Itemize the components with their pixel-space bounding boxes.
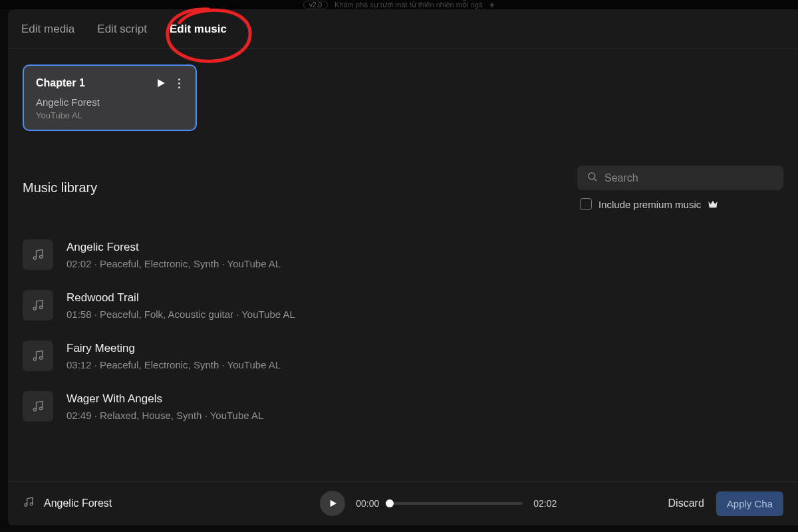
editor-panel: Edit media Edit script Edit music Chapte… — [8, 9, 798, 525]
progress-slider[interactable] — [390, 502, 523, 505]
play-button[interactable] — [320, 491, 345, 516]
version-pill: v2.0 — [303, 1, 328, 9]
tab-edit-media[interactable]: Edit media — [21, 23, 74, 36]
music-library-heading: Music library — [23, 180, 97, 196]
track-row[interactable]: Angelic Forest 02:02 · Peaceful, Electro… — [23, 239, 783, 270]
svg-point-8 — [33, 408, 36, 411]
svg-point-5 — [40, 306, 43, 309]
search-input[interactable] — [604, 172, 774, 184]
track-row[interactable]: Wager With Angels 02:49 · Relaxed, House… — [23, 391, 783, 422]
track-title: Wager With Angels — [66, 392, 263, 406]
elapsed-time: 00:00 — [356, 498, 379, 509]
track-list: Angelic Forest 02:02 · Peaceful, Electro… — [23, 239, 783, 422]
search-icon — [587, 171, 598, 185]
app-top-strip: v2.0 Khám phá sự tươi mát từ thiên nhiên… — [0, 0, 798, 9]
track-meta: 03:12 · Peaceful, Electronic, Synth · Yo… — [66, 359, 281, 370]
tab-edit-music[interactable]: Edit music — [170, 23, 227, 36]
project-tab-title[interactable]: Khám phá sự tươi mát từ thiên nhiên mỗi … — [334, 1, 483, 9]
crown-icon — [708, 200, 718, 209]
apply-changes-button[interactable]: Apply Cha — [716, 491, 783, 516]
svg-point-11 — [30, 503, 33, 505]
track-meta: 02:49 · Relaxed, House, Synth · YouTube … — [66, 410, 263, 421]
svg-point-10 — [25, 504, 27, 507]
track-title: Redwood Trail — [66, 291, 295, 305]
track-meta: 02:02 · Peaceful, Electronic, Synth · Yo… — [66, 258, 281, 269]
track-title: Angelic Forest — [66, 241, 281, 254]
player-bar: Angelic Forest 00:00 02:02 Discard Apply… — [8, 481, 798, 525]
discard-button[interactable]: Discard — [668, 497, 704, 509]
add-tab-icon[interactable]: + — [489, 0, 495, 9]
music-note-icon — [23, 340, 53, 371]
svg-point-0 — [589, 173, 595, 180]
svg-point-4 — [33, 307, 36, 310]
track-meta: 01:58 · Peaceful, Folk, Acoustic guitar … — [66, 309, 295, 320]
chapter-title: Chapter 1 — [36, 77, 148, 89]
premium-checkbox[interactable] — [580, 198, 592, 210]
track-row[interactable]: Fairy Meeting 03:12 · Peaceful, Electron… — [23, 340, 783, 371]
editor-tabs: Edit media Edit script Edit music — [8, 9, 798, 49]
tab-edit-script[interactable]: Edit script — [97, 23, 147, 36]
more-icon[interactable] — [173, 75, 185, 91]
duration-time: 02:02 — [533, 498, 557, 509]
music-note-icon — [23, 290, 53, 321]
play-icon[interactable] — [154, 77, 166, 89]
svg-point-9 — [40, 407, 43, 410]
svg-point-3 — [40, 255, 43, 258]
svg-point-2 — [33, 257, 36, 259]
svg-point-7 — [40, 356, 43, 359]
svg-point-6 — [33, 358, 36, 360]
premium-label: Include premium music — [598, 199, 701, 210]
track-title: Fairy Meeting — [66, 342, 281, 355]
track-row[interactable]: Redwood Trail 01:58 · Peaceful, Folk, Ac… — [23, 290, 783, 321]
search-box[interactable] — [577, 166, 783, 190]
chapter-track-source: YouTube AL — [36, 110, 185, 120]
main-scroll-area[interactable]: Chapter 1 Angelic Forest YouTube AL Musi… — [8, 49, 798, 481]
music-note-icon — [23, 239, 53, 270]
music-note-icon — [23, 391, 53, 422]
music-note-icon — [23, 496, 35, 511]
now-playing-title: Angelic Forest — [44, 497, 112, 509]
svg-line-1 — [595, 179, 597, 181]
chapter-track-name: Angelic Forest — [36, 96, 185, 108]
chapter-card[interactable]: Chapter 1 Angelic Forest YouTube AL — [23, 65, 197, 131]
progress-knob[interactable] — [386, 499, 394, 507]
